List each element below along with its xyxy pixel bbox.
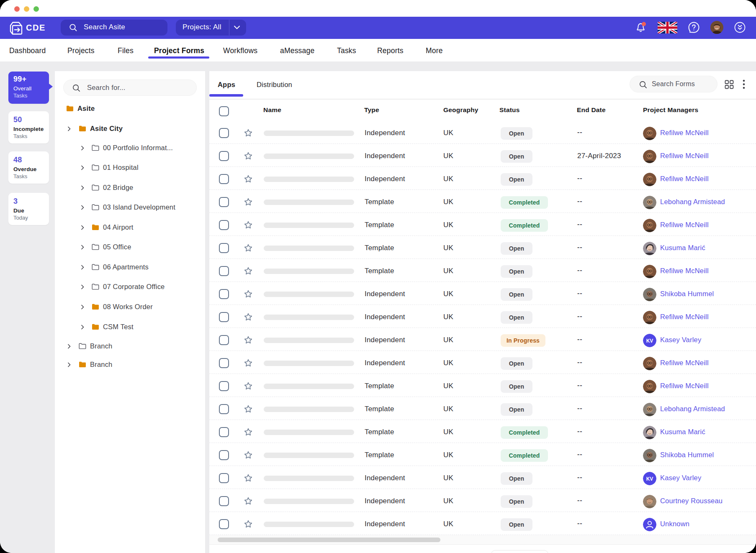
svg-text:KV: KV [646,476,653,482]
svg-text:KV: KV [646,338,653,344]
